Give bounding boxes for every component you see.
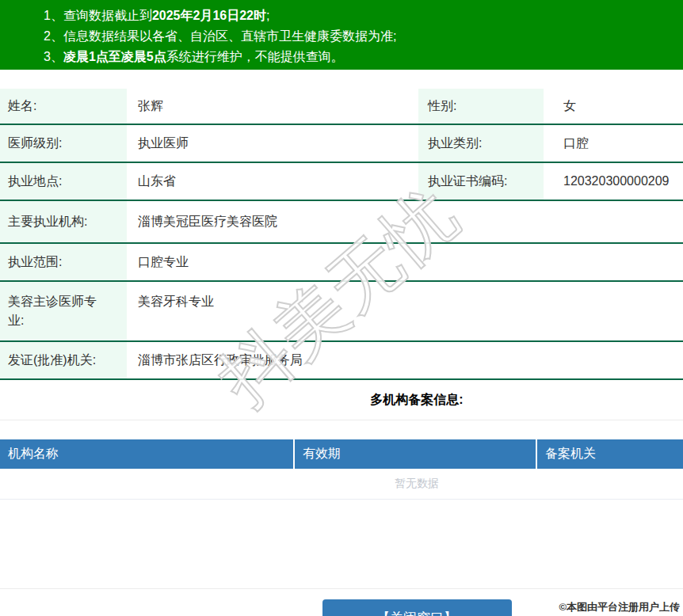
field-label-cosmetic-specialty: 美容主诊医师专业: (0, 282, 127, 340)
table-row: 姓名: 张辉 性别: 女 (0, 89, 683, 125)
field-label-issuing-authority: 发证(批准)机关: (0, 342, 127, 378)
no-data-placeholder: 暂无数据 (0, 469, 683, 500)
table-row: 美容主诊医师专业: 美容牙科专业 (0, 282, 683, 342)
field-label-name: 姓名: (0, 89, 127, 124)
field-label-practice-scope: 执业范围: (0, 244, 127, 280)
notice-line-2: 2、信息数据结果以各省、自治区、直辖市卫生健康委数据为准; (0, 26, 683, 47)
doctor-info-table: 姓名: 张辉 性别: 女 医师级别: 执业医师 执业类别: 口腔 执业地点: 山… (0, 89, 683, 380)
notice-bold-text: 2025年2月16日22时 (152, 9, 266, 22)
field-value-gender: 女 (544, 89, 683, 124)
field-value-practice-category: 口腔 (544, 125, 683, 162)
field-label-practice-category: 执业类别: (418, 125, 544, 162)
notice-text: 查询数据截止到 (63, 9, 152, 22)
field-label-certificate-number: 执业证书编码: (418, 163, 544, 200)
notice-bold-text: 凌晨1点至凌晨5点 (63, 50, 166, 63)
notice-line-3: 3、凌晨1点至凌晨5点系统进行维护，不能提供查询。 (0, 47, 683, 67)
field-label-gender: 性别: (418, 89, 544, 124)
column-header-institution-name: 机构名称 (0, 439, 295, 469)
divider (0, 420, 683, 420)
notice-text: ; (266, 9, 269, 22)
field-value-cosmetic-specialty: 美容牙科专业 (127, 282, 683, 340)
field-label-main-institution: 主要执业机构: (0, 201, 127, 242)
field-label-doctor-level: 医师级别: (0, 125, 127, 162)
table-row: 发证(批准)机关: 淄博市张店区行政审批服务局 (0, 342, 683, 380)
table-row: 医师级别: 执业医师 执业类别: 口腔 (0, 125, 683, 163)
field-value-main-institution: 淄博美冠臣医疗美容医院 (127, 201, 683, 242)
table-row: 执业地点: 山东省 执业证书编码: 120320300000209 (0, 163, 683, 201)
column-header-filing-authority: 备案机关 (537, 439, 683, 469)
field-value-issuing-authority: 淄博市张店区行政审批服务局 (127, 342, 683, 378)
spacer (0, 500, 683, 588)
notice-bar: 1、查询数据截止到2025年2月16日22时; 2、信息数据结果以各省、自治区、… (0, 0, 683, 70)
page-container: 1、查询数据截止到2025年2月16日22时; 2、信息数据结果以各省、自治区、… (0, 0, 683, 616)
notice-number: 3、 (44, 50, 63, 63)
multi-institution-section-title: 多机构备案信息: (0, 380, 683, 420)
field-value-certificate-number: 120320300000209 (544, 163, 683, 200)
close-window-button[interactable]: 【关闭窗口】 (322, 599, 512, 616)
column-header-validity-period: 有效期 (295, 439, 537, 469)
filing-table-header: 机构名称 有效期 备案机关 (0, 439, 683, 469)
notice-number: 1、 (44, 9, 63, 22)
uploader-copyright-watermark: ©本图由平台注册用户上传 (559, 600, 680, 614)
field-label-practice-location: 执业地点: (0, 163, 127, 200)
field-value-name: 张辉 (127, 89, 418, 124)
table-row: 执业范围: 口腔专业 (0, 244, 683, 282)
field-value-practice-scope: 口腔专业 (127, 244, 683, 280)
field-value-doctor-level: 执业医师 (127, 125, 418, 162)
table-row: 主要执业机构: 淄博美冠臣医疗美容医院 (0, 201, 683, 244)
notice-number: 2、 (44, 29, 63, 43)
notice-line-1: 1、查询数据截止到2025年2月16日22时; (0, 6, 683, 26)
notice-text: 系统进行维护，不能提供查询。 (166, 50, 344, 63)
field-value-practice-location: 山东省 (127, 163, 418, 200)
notice-text: 信息数据结果以各省、自治区、直辖市卫生健康委数据为准; (63, 29, 396, 43)
